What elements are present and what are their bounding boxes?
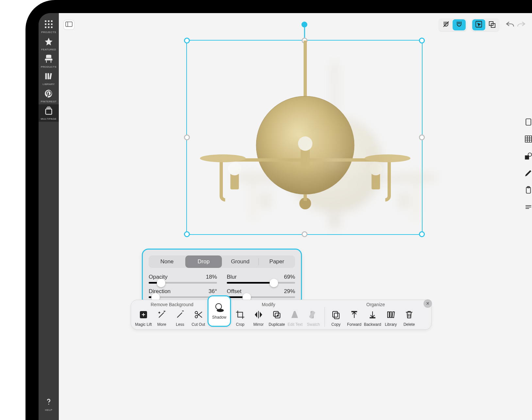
svg-rect-0	[45, 20, 46, 22]
tool-swatch: Swatch	[304, 310, 323, 327]
transform-button[interactable]	[485, 19, 498, 30]
trash-icon	[404, 310, 414, 321]
sidebar-item-featured[interactable]: FEATURED	[39, 35, 59, 52]
books-icon	[44, 72, 53, 82]
sidebar-label: PINTEREST	[41, 100, 57, 103]
sidebar-item-projects[interactable]: PROJECTS	[39, 18, 59, 35]
tool-cutout[interactable]: Cut Out	[189, 310, 208, 327]
toolbar-close-button[interactable]: ×	[424, 299, 432, 308]
shapes-tool[interactable]	[523, 152, 532, 162]
lines-icon	[524, 203, 532, 213]
multipage-icon	[44, 106, 53, 117]
panel-toggle-icon	[65, 21, 73, 28]
snap-off-button[interactable]	[440, 19, 453, 30]
magnet-icon	[455, 20, 463, 29]
svg-rect-53	[392, 312, 394, 318]
text-icon	[290, 310, 300, 321]
tool-less[interactable]: Less	[171, 310, 189, 327]
tool-library[interactable]: Library	[382, 310, 400, 327]
left-sidebar: PROJECTS FEATURED PRODUCTS LIBRARY PINTE…	[39, 13, 59, 420]
selection-bounds[interactable]	[186, 40, 423, 235]
shadow-icon	[214, 303, 224, 314]
select-button[interactable]	[472, 19, 485, 30]
svg-rect-3	[45, 24, 46, 25]
canvas-object-chandelier[interactable]	[187, 41, 422, 234]
slider-label: Offset	[227, 288, 241, 295]
tool-edittext: Edit Text	[286, 310, 304, 327]
tool-backward[interactable]: Backward	[363, 310, 382, 327]
sidebar-item-help[interactable]: HELP	[39, 395, 59, 413]
tool-mirror[interactable]: Mirror	[249, 310, 268, 327]
tool-crop[interactable]: Crop	[231, 310, 249, 327]
sidebar-label: PRODUCTS	[41, 65, 57, 68]
grid-tool[interactable]	[523, 135, 532, 145]
sidebar-label: PROJECTS	[41, 31, 56, 34]
slider-value: 18%	[206, 274, 217, 280]
tool-label: Cut Out	[191, 322, 205, 327]
duplicate-icon	[272, 310, 282, 321]
tool-label: Copy	[331, 322, 341, 327]
offset-slider[interactable]: Offset 29%	[227, 288, 295, 298]
edit-toolbar: Remove Background Modify Organize × Magi…	[131, 300, 432, 330]
sidebar-item-products[interactable]: PRODUCTS	[39, 52, 59, 70]
snap-on-button[interactable]	[453, 19, 466, 30]
svg-rect-8	[51, 26, 53, 28]
shadow-type-ground[interactable]: Ground	[222, 255, 258, 268]
blur-slider[interactable]: Blur 69%	[227, 274, 295, 284]
opacity-slider[interactable]: Opacity 18%	[149, 274, 217, 284]
tool-magic-lift[interactable]: Magic Lift	[134, 310, 153, 327]
redo-button[interactable]	[516, 19, 527, 31]
tool-label: Swatch	[307, 322, 320, 327]
crop-icon	[235, 310, 245, 321]
svg-rect-7	[48, 26, 50, 28]
tool-label: Shadow	[212, 315, 226, 320]
undo-icon	[505, 20, 514, 29]
library-icon	[386, 310, 396, 321]
tool-copy[interactable]: Copy	[327, 310, 345, 327]
object-shadow	[219, 62, 449, 252]
tool-label: Edit Text	[288, 322, 303, 327]
shadow-type-none[interactable]: None	[149, 255, 185, 268]
sidebar-item-multipage[interactable]: MULTIPAGE	[39, 104, 59, 122]
slider-value: 29%	[284, 288, 295, 295]
svg-rect-12	[46, 109, 52, 114]
select-icon	[475, 20, 483, 29]
svg-rect-46	[309, 311, 315, 319]
tool-shadow[interactable]: Shadow	[208, 295, 231, 327]
snap-off-icon	[442, 20, 450, 29]
shadow-type-drop[interactable]: Drop	[185, 255, 222, 268]
tool-label: Less	[176, 322, 184, 327]
sidebar-label: LIBRARY	[43, 83, 55, 86]
pencil-icon	[524, 169, 532, 179]
pencil-tool[interactable]	[523, 169, 532, 179]
shadow-type-paper[interactable]: Paper	[258, 255, 295, 268]
undo-button[interactable]	[504, 19, 516, 31]
tool-forward[interactable]: Forward	[345, 310, 363, 327]
pinterest-icon	[44, 89, 53, 99]
tool-more[interactable]: More	[153, 310, 171, 327]
sidebar-item-library[interactable]: LIBRARY	[39, 70, 59, 87]
shapes-icon	[524, 152, 532, 162]
wand-plus-icon	[157, 310, 167, 321]
clipboard-tool[interactable]	[523, 186, 532, 196]
tool-duplicate[interactable]: Duplicate	[268, 310, 286, 327]
group-label-modify: Modify	[262, 302, 275, 307]
slider-label: Blur	[227, 274, 237, 280]
page-icon	[524, 118, 532, 128]
page-tool[interactable]	[523, 118, 532, 128]
group-label-removebg: Remove Background	[151, 302, 193, 307]
snap-toggle-group	[439, 18, 467, 31]
swatch-icon	[308, 310, 318, 321]
help-icon	[44, 397, 54, 408]
lines-tool[interactable]	[523, 203, 532, 213]
sidebar-item-pinterest[interactable]: PINTEREST	[39, 87, 59, 104]
panel-toggle-button[interactable]	[63, 20, 75, 30]
direction-slider[interactable]: Direction 36°	[149, 288, 217, 298]
svg-point-41	[216, 304, 222, 309]
tool-delete[interactable]: Delete	[400, 310, 418, 327]
tool-label: Crop	[236, 322, 244, 327]
ipad-screen: PROJECTS FEATURED PRODUCTS LIBRARY PINTE…	[39, 13, 532, 420]
canvas[interactable]: None Drop Ground Paper Opacity 18%	[59, 13, 532, 420]
svg-rect-5	[51, 24, 53, 25]
svg-rect-21	[525, 156, 529, 159]
